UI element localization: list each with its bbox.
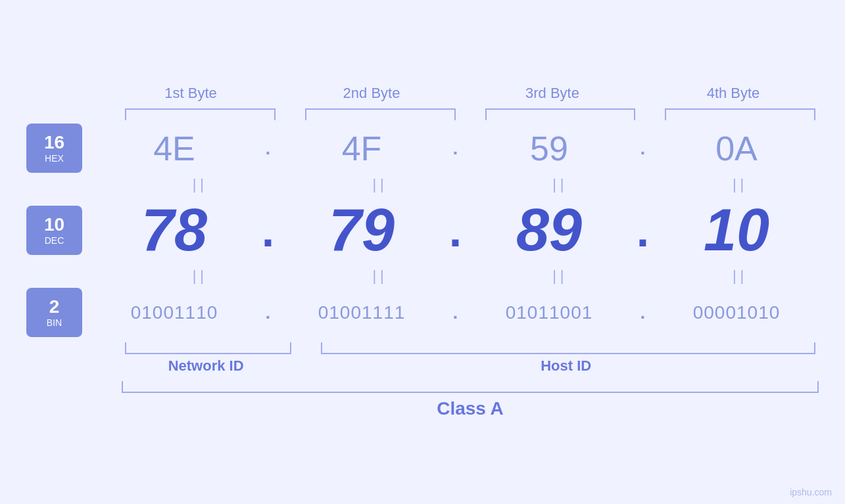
bin-badge-number: 2 [49, 298, 60, 316]
hex-values: 4E . 4F . 59 . 0A [92, 129, 819, 168]
class-label: Class A [122, 398, 819, 419]
equals-1-b2: || [302, 176, 459, 193]
equals-cells-1: || || || || [122, 176, 819, 193]
host-id-label: Host ID [313, 357, 819, 375]
dec-byte4: 10 [654, 196, 819, 264]
bracket-byte1 [125, 108, 276, 120]
hex-row: 16 HEX 4E . 4F . 59 . 0A [26, 124, 819, 173]
class-section: Class A [26, 381, 819, 419]
equals-1-b4: || [662, 176, 819, 193]
dec-badge-label: DEC [45, 235, 64, 246]
dec-dot1: . [256, 208, 279, 254]
id-brackets [122, 342, 819, 354]
equals-1-b1: || [122, 176, 279, 193]
bin-dot1: . [256, 304, 279, 322]
byte-headers: 1st Byte 2nd Byte 3rd Byte 4th Byte [26, 85, 819, 102]
hex-badge: 16 HEX [26, 124, 82, 173]
hex-byte4: 0A [654, 129, 819, 168]
dec-dot3: . [631, 208, 654, 254]
bin-row: 2 BIN 01001110 . 01001111 . 01011001 . 0… [26, 288, 819, 337]
equals-cells-2: || || || || [122, 267, 819, 285]
bin-byte2: 01001111 [279, 302, 444, 323]
bin-byte1: 01001110 [92, 302, 256, 323]
dec-badge-number: 10 [44, 216, 64, 234]
hex-dot2: . [444, 139, 467, 158]
dec-byte1: 78 [92, 196, 256, 264]
bin-dot2: . [444, 304, 467, 322]
byte4-header: 4th Byte [654, 85, 812, 102]
network-bracket [125, 342, 291, 354]
host-bracket [321, 342, 815, 354]
class-label-row: Class A [26, 398, 819, 419]
hex-badge-number: 16 [44, 133, 64, 152]
hex-badge-label: HEX [45, 153, 64, 164]
dec-values: 78 . 79 . 89 . 10 [92, 196, 819, 264]
bin-values: 01001110 . 01001111 . 01011001 . 0000101… [92, 302, 819, 323]
hex-dot1: . [256, 139, 279, 158]
byte2-header: 2nd Byte [293, 85, 450, 102]
hex-dot3: . [631, 139, 654, 158]
bin-dot3: . [631, 304, 654, 322]
id-labels: Network ID Host ID [122, 357, 819, 375]
id-labels-row: Network ID Host ID [26, 357, 819, 375]
main-container: 1st Byte 2nd Byte 3rd Byte 4th Byte 16 H… [0, 0, 845, 504]
hex-byte3: 59 [467, 129, 631, 168]
dec-byte3: 89 [467, 196, 631, 264]
equals-2-b4: || [662, 267, 819, 285]
dec-dot2: . [444, 208, 467, 254]
hex-byte2: 4F [279, 129, 444, 168]
bin-badge: 2 BIN [26, 288, 82, 337]
bracket-byte3 [485, 108, 636, 120]
dec-row: 10 DEC 78 . 79 . 89 . 10 [26, 196, 819, 264]
class-bracket [122, 381, 819, 393]
dec-byte2: 79 [279, 196, 444, 264]
equals-2-b1: || [122, 267, 279, 285]
id-brackets-row [26, 342, 819, 354]
watermark: ipshu.com [790, 487, 832, 497]
network-id-label: Network ID [122, 357, 290, 375]
bin-badge-label: BIN [47, 317, 62, 328]
equals-row-1: || || || || [26, 176, 819, 193]
byte1-header: 1st Byte [112, 85, 270, 102]
top-brackets [26, 108, 819, 120]
bracket-byte2 [305, 108, 456, 120]
bin-byte4: 00001010 [654, 302, 819, 323]
class-bracket-row [26, 381, 819, 393]
equals-1-b3: || [482, 176, 639, 193]
equals-row-2: || || || || [26, 267, 819, 285]
byte3-header: 3rd Byte [473, 85, 631, 102]
dec-badge: 10 DEC [26, 206, 82, 255]
equals-2-b2: || [302, 267, 459, 285]
equals-2-b3: || [482, 267, 639, 285]
bin-byte3: 01011001 [467, 302, 631, 323]
hex-byte1: 4E [92, 129, 256, 168]
bracket-byte4 [665, 108, 815, 120]
